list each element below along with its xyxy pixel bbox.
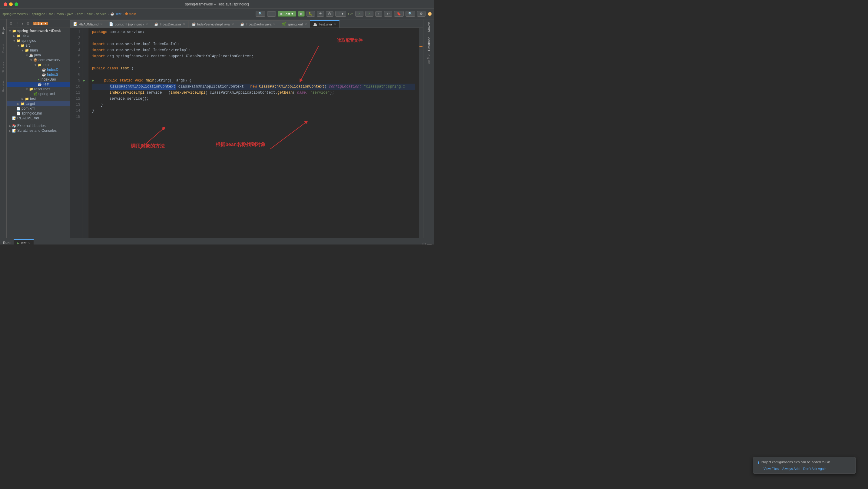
settings-bottom-btn[interactable]: ⚙	[422, 242, 426, 245]
tab-close-indexserviceimpl[interactable]: ✕	[231, 23, 234, 26]
code-line-3: import com.csw.service.impl.IndexDaoIml;	[92, 41, 415, 47]
tab-close-springxml[interactable]: ✕	[304, 23, 307, 26]
tree-readme[interactable]: ▶ 📝 README.md	[7, 116, 70, 121]
tab-readme[interactable]: 📝README.md ✕	[70, 20, 106, 28]
database-label[interactable]: Database	[427, 34, 431, 53]
panel-settings[interactable]: ⚙	[8, 21, 13, 26]
editor-tabs: 📝README.md ✕ 📄pom.xml (springioc) ✕ ☕Ind…	[70, 20, 423, 28]
tree-scratches[interactable]: ▶ 📝 Scratches and Consoles	[7, 128, 70, 133]
run-config-btn[interactable]: ▶ Test ▼	[278, 11, 296, 17]
code-content[interactable]: package com.csw.service; import com.csw.…	[88, 28, 419, 238]
tree-src[interactable]: ▼ 📁 src	[7, 43, 70, 48]
run-label-tab[interactable]: Run:	[0, 239, 13, 245]
test-tab-close[interactable]: ✕	[28, 242, 31, 245]
commit-icon[interactable]: Commit	[1, 39, 6, 58]
tree-separator	[7, 122, 70, 122]
right-panel: Maven Database Pro spr	[423, 20, 434, 238]
tree-resources[interactable]: ▼ 📁 resources	[7, 87, 70, 92]
tree-indexdao[interactable]: ▶ ● IndexDao	[7, 77, 70, 82]
run-gutter-main[interactable]: ▶	[83, 78, 88, 84]
settings-btn[interactable]: ⚙	[417, 11, 426, 17]
search-btn[interactable]: 🔍	[256, 11, 265, 17]
tree-pomxml[interactable]: ▶ 📄 pom.xml	[7, 106, 70, 111]
minimize-bottom-btn[interactable]: —	[427, 242, 432, 245]
code-line-11: IndexServiceImpl service = ( IndexServic…	[92, 90, 415, 96]
tab-close-readme[interactable]: ✕	[100, 23, 103, 26]
tab-indexdao[interactable]: ☕IndexDao.java ✕	[151, 20, 188, 28]
structure-icon[interactable]: Structure	[1, 58, 6, 77]
bc-current[interactable]: ☕ Test	[110, 12, 121, 16]
navigation-toolbar: spring-framework › springioc › src › mai…	[0, 8, 434, 20]
panel-spr[interactable]: spr	[427, 60, 430, 64]
code-line-12: service.service();	[92, 96, 415, 102]
bc-springioc[interactable]: springioc	[32, 12, 45, 16]
tree-test-folder[interactable]: ▶ 📁 test	[7, 96, 70, 101]
code-line-1: package com.csw.service;	[92, 29, 415, 35]
project-tree: ▼ 📁 spring-framework ~/Desk ▶ 📁 .idea ▼ …	[7, 28, 70, 238]
window-controls[interactable]	[4, 2, 18, 6]
tree-idea[interactable]: ▶ 📁 .idea	[7, 33, 70, 38]
maximize-button[interactable]	[14, 2, 18, 6]
maven-label[interactable]: Maven	[427, 20, 431, 34]
bottom-panel: Run: ▶ Test ✕ ⚙ — ▶ ⬆ ⬇ ⚙ 🗑 📌 ⤢ /Library…	[0, 238, 434, 245]
profile-btn[interactable]: ⏱	[326, 11, 334, 17]
tab-indexdaoiml[interactable]: ☕IndexDaoIml.java ✕	[237, 20, 279, 28]
breadcrumb: spring-framework › springioc › src › mai…	[2, 12, 136, 16]
favorites-icon[interactable]: Favorites	[1, 77, 6, 95]
tree-java[interactable]: ▼ ☕ java	[7, 53, 70, 58]
tab-close-test[interactable]: ✕	[334, 23, 336, 26]
tab-indexserviceimpl[interactable]: ☕IndexServiceImpl.java ✕	[189, 20, 238, 28]
bc-spring[interactable]: spring-framework	[2, 12, 28, 16]
window-title: spring-framework – Test.java [springioc]	[185, 2, 249, 6]
bc-method[interactable]: ⬟ main	[125, 12, 136, 16]
debug-btn[interactable]: 🐛	[307, 11, 315, 17]
tree-package[interactable]: ▼ 📦 com.csw.serv	[7, 58, 70, 62]
tree-springiociml[interactable]: ▶ 📄 springioc.iml	[7, 111, 70, 116]
editor-scrollbar[interactable]	[419, 28, 423, 238]
back-btn[interactable]: ←	[267, 11, 276, 17]
title-bar: spring-framework – Test.java [springioc]	[0, 0, 434, 8]
redo-btn[interactable]: 🔖	[394, 11, 404, 17]
code-line-4: import com.csw.service.impl.IndexService…	[92, 47, 415, 53]
coverage-btn[interactable]: ☂	[317, 11, 324, 17]
panel-gear[interactable]: ⚙	[26, 21, 30, 26]
tab-springxml[interactable]: 🌿spring.xml ✕	[279, 20, 310, 28]
panel-collapse-all[interactable]: ⋮	[14, 21, 20, 26]
project-panel-toolbar: ⚙ ⋮ ▾ ⚙ ⚠ 1 ▲ ▼	[7, 20, 70, 28]
tree-indexs[interactable]: ▶ ☕ IndexS	[7, 72, 70, 77]
tab-close-pom[interactable]: ✕	[145, 23, 148, 26]
panel-expand[interactable]: ▾	[21, 21, 24, 26]
find-btn[interactable]: 🔍	[406, 11, 415, 17]
code-line-7: public class Test {	[92, 65, 415, 71]
tree-indexd[interactable]: ▶ ☕ IndexD	[7, 67, 70, 72]
tab-close-indexdaoiml[interactable]: ✕	[273, 23, 276, 26]
project-icon[interactable]: Project	[1, 21, 6, 39]
tree-springxml[interactable]: ▶ 🌿 spring.xml	[7, 92, 70, 96]
git-arrow-btn[interactable]: ↑	[375, 11, 382, 17]
editor-gutter: ▶	[82, 28, 88, 238]
tree-springioc[interactable]: ▼ 📁 springioc	[7, 38, 70, 43]
undo-btn[interactable]: ↩	[384, 11, 392, 17]
panel-pro[interactable]: Pro	[427, 55, 430, 59]
tab-close-indexdao[interactable]: ✕	[183, 23, 185, 26]
bottom-panel-tabs: Run: ▶ Test ✕ ⚙ —	[0, 238, 434, 245]
git-push-btn[interactable]: ✓	[365, 11, 373, 17]
tree-target[interactable]: ▶ 📁 target	[7, 101, 70, 106]
git-update-btn[interactable]: ✓	[355, 11, 364, 17]
tree-impl[interactable]: ▼ 📁 impl	[7, 62, 70, 67]
tree-test[interactable]: ▶ ☕ Test	[7, 82, 70, 87]
tab-pomxml[interactable]: 📄pom.xml (springioc) ✕	[106, 20, 151, 28]
tree-root[interactable]: ▼ 📁 spring-framework ~/Desk	[7, 29, 70, 33]
close-button[interactable]	[4, 2, 7, 6]
tab-testjava[interactable]: ☕Test.java ✕	[310, 20, 339, 28]
code-editor[interactable]: 1 2 3 4 5 6 7 8 9 10 11 12 13 14 15	[70, 28, 423, 238]
code-line-10: ClassPathXmlApplicationContext classPath…	[92, 84, 415, 90]
tree-external-libraries[interactable]: ▶ 📚 External Libraries	[7, 123, 70, 128]
tree-main[interactable]: ▼ 📁 main	[7, 48, 70, 53]
test-tab[interactable]: ▶ Test ✕	[13, 239, 34, 245]
code-line-5: import org.springframework.context.suppo…	[92, 53, 415, 59]
minimize-button[interactable]	[9, 2, 13, 6]
run-btn[interactable]: ▶	[298, 11, 305, 17]
more-run-btn[interactable]: ⋮▼	[335, 11, 346, 17]
user-avatar[interactable]	[428, 12, 432, 16]
